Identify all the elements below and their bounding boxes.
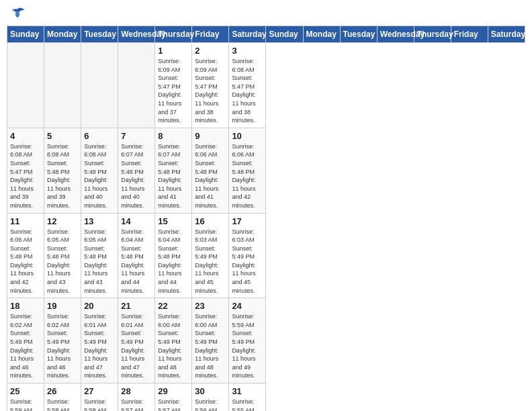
calendar-cell: 10Sunrise: 6:06 AMSunset: 5:48 PMDayligh…	[229, 128, 266, 213]
calendar-cell: 5Sunrise: 6:08 AMSunset: 5:48 PMDaylight…	[44, 128, 81, 213]
weekday-header-sunday: Sunday	[7, 26, 44, 43]
day-number: 19	[47, 301, 78, 311]
calendar-cell: 20Sunrise: 6:01 AMSunset: 5:49 PMDayligh…	[81, 298, 118, 383]
page-header	[7, 7, 525, 20]
calendar-cell: 18Sunrise: 6:02 AMSunset: 5:49 PMDayligh…	[7, 298, 44, 383]
day-number: 15	[158, 216, 189, 226]
calendar-cell: 12Sunrise: 6:05 AMSunset: 5:48 PMDayligh…	[44, 213, 81, 298]
day-number: 13	[84, 216, 115, 226]
calendar-cell	[44, 43, 81, 128]
weekday-header-saturday: Saturday	[229, 26, 266, 43]
day-info: Sunrise: 6:06 AMSunset: 5:48 PMDaylight:…	[232, 142, 263, 210]
day-info: Sunrise: 6:06 AMSunset: 5:48 PMDaylight:…	[195, 142, 226, 210]
day-info: Sunrise: 6:05 AMSunset: 5:48 PMDaylight:…	[84, 228, 115, 295]
calendar-cell: 29Sunrise: 5:57 AMSunset: 5:49 PMDayligh…	[155, 383, 192, 412]
day-info: Sunrise: 6:09 AMSunset: 5:47 PMDaylight:…	[195, 57, 226, 125]
calendar-cell: 26Sunrise: 5:58 AMSunset: 5:49 PMDayligh…	[44, 383, 81, 412]
calendar-cell: 31Sunrise: 5:55 AMSunset: 5:49 PMDayligh…	[229, 383, 266, 412]
weekday-friday: Friday	[451, 26, 488, 43]
weekday-header-friday: Friday	[192, 26, 229, 43]
day-number: 3	[232, 46, 263, 56]
day-info: Sunrise: 6:01 AMSunset: 5:49 PMDaylight:…	[121, 312, 152, 380]
calendar-cell: 25Sunrise: 5:59 AMSunset: 5:49 PMDayligh…	[7, 383, 44, 412]
calendar-cell: 14Sunrise: 6:04 AMSunset: 5:48 PMDayligh…	[118, 213, 155, 298]
weekday-sunday: Sunday	[266, 26, 303, 43]
day-number: 27	[84, 386, 115, 396]
day-number: 24	[232, 301, 263, 311]
day-number: 17	[232, 216, 263, 226]
day-info: Sunrise: 6:08 AMSunset: 5:48 PMDaylight:…	[47, 142, 78, 210]
day-number: 7	[121, 131, 152, 141]
day-info: Sunrise: 6:08 AMSunset: 5:48 PMDaylight:…	[84, 142, 115, 210]
calendar-week-4: 18Sunrise: 6:02 AMSunset: 5:49 PMDayligh…	[7, 298, 525, 383]
calendar-cell: 23Sunrise: 6:00 AMSunset: 5:49 PMDayligh…	[192, 298, 229, 383]
calendar-cell: 2Sunrise: 6:09 AMSunset: 5:47 PMDaylight…	[192, 43, 229, 128]
day-info: Sunrise: 6:00 AMSunset: 5:49 PMDaylight:…	[195, 312, 226, 380]
day-info: Sunrise: 6:03 AMSunset: 5:49 PMDaylight:…	[195, 228, 226, 295]
calendar-cell: 28Sunrise: 5:57 AMSunset: 5:49 PMDayligh…	[118, 383, 155, 412]
day-info: Sunrise: 5:58 AMSunset: 5:49 PMDaylight:…	[84, 398, 115, 411]
calendar-cell: 4Sunrise: 6:08 AMSunset: 5:47 PMDaylight…	[7, 128, 44, 213]
day-info: Sunrise: 6:03 AMSunset: 5:49 PMDaylight:…	[232, 228, 263, 295]
weekday-header-row: SundayMondayTuesdayWednesdayThursdayFrid…	[7, 26, 525, 43]
day-number: 2	[195, 46, 226, 56]
weekday-header-tuesday: Tuesday	[81, 26, 118, 43]
calendar-week-2: 4Sunrise: 6:08 AMSunset: 5:47 PMDaylight…	[7, 128, 525, 213]
weekday-tuesday: Tuesday	[340, 26, 377, 43]
weekday-monday: Monday	[303, 26, 340, 43]
day-info: Sunrise: 5:57 AMSunset: 5:49 PMDaylight:…	[158, 398, 189, 411]
day-info: Sunrise: 5:58 AMSunset: 5:49 PMDaylight:…	[47, 398, 78, 411]
day-number: 12	[47, 216, 78, 226]
weekday-header-wednesday: Wednesday	[118, 26, 155, 43]
day-info: Sunrise: 6:08 AMSunset: 5:47 PMDaylight:…	[10, 142, 41, 210]
calendar-cell: 16Sunrise: 6:03 AMSunset: 5:49 PMDayligh…	[192, 213, 229, 298]
calendar-cell: 1Sunrise: 6:09 AMSunset: 5:47 PMDaylight…	[155, 43, 192, 128]
calendar-cell: 19Sunrise: 6:02 AMSunset: 5:49 PMDayligh…	[44, 298, 81, 383]
day-info: Sunrise: 6:01 AMSunset: 5:49 PMDaylight:…	[84, 312, 115, 380]
calendar-cell: 3Sunrise: 6:08 AMSunset: 5:47 PMDaylight…	[229, 43, 266, 128]
day-number: 6	[84, 131, 115, 141]
day-number: 31	[232, 386, 263, 396]
day-number: 14	[121, 216, 152, 226]
day-info: Sunrise: 6:08 AMSunset: 5:47 PMDaylight:…	[232, 57, 263, 125]
day-info: Sunrise: 5:59 AMSunset: 5:49 PMDaylight:…	[232, 312, 263, 380]
day-info: Sunrise: 6:07 AMSunset: 5:48 PMDaylight:…	[121, 142, 152, 210]
calendar-cell: 24Sunrise: 5:59 AMSunset: 5:49 PMDayligh…	[229, 298, 266, 383]
day-info: Sunrise: 6:05 AMSunset: 5:48 PMDaylight:…	[47, 228, 78, 295]
calendar-week-1: 1Sunrise: 6:09 AMSunset: 5:47 PMDaylight…	[7, 43, 525, 128]
logo-bird-icon	[9, 7, 26, 20]
day-info: Sunrise: 6:00 AMSunset: 5:49 PMDaylight:…	[158, 312, 189, 380]
calendar-cell: 15Sunrise: 6:04 AMSunset: 5:48 PMDayligh…	[155, 213, 192, 298]
logo	[7, 7, 27, 20]
day-number: 18	[10, 301, 41, 311]
day-number: 30	[195, 386, 226, 396]
day-info: Sunrise: 6:06 AMSunset: 5:48 PMDaylight:…	[10, 228, 41, 295]
day-info: Sunrise: 6:07 AMSunset: 5:48 PMDaylight:…	[158, 142, 189, 210]
day-number: 22	[158, 301, 189, 311]
calendar-cell: 9Sunrise: 6:06 AMSunset: 5:48 PMDaylight…	[192, 128, 229, 213]
calendar-cell: 17Sunrise: 6:03 AMSunset: 5:49 PMDayligh…	[229, 213, 266, 298]
day-number: 29	[158, 386, 189, 396]
calendar-cell: 21Sunrise: 6:01 AMSunset: 5:49 PMDayligh…	[118, 298, 155, 383]
day-number: 5	[47, 131, 78, 141]
day-number: 25	[10, 386, 41, 396]
day-number: 16	[195, 216, 226, 226]
day-info: Sunrise: 5:59 AMSunset: 5:49 PMDaylight:…	[10, 398, 41, 411]
weekday-saturday: Saturday	[488, 26, 525, 43]
calendar-cell: 27Sunrise: 5:58 AMSunset: 5:49 PMDayligh…	[81, 383, 118, 412]
calendar-cell: 8Sunrise: 6:07 AMSunset: 5:48 PMDaylight…	[155, 128, 192, 213]
calendar-cell	[118, 43, 155, 128]
calendar-cell: 7Sunrise: 6:07 AMSunset: 5:48 PMDaylight…	[118, 128, 155, 213]
calendar-cell: 30Sunrise: 5:56 AMSunset: 5:49 PMDayligh…	[192, 383, 229, 412]
calendar-week-5: 25Sunrise: 5:59 AMSunset: 5:49 PMDayligh…	[7, 383, 525, 412]
day-info: Sunrise: 5:57 AMSunset: 5:49 PMDaylight:…	[121, 398, 152, 411]
calendar-cell: 6Sunrise: 6:08 AMSunset: 5:48 PMDaylight…	[81, 128, 118, 213]
calendar-cell: 13Sunrise: 6:05 AMSunset: 5:48 PMDayligh…	[81, 213, 118, 298]
weekday-header-monday: Monday	[44, 26, 81, 43]
calendar-cell: 11Sunrise: 6:06 AMSunset: 5:48 PMDayligh…	[7, 213, 44, 298]
day-number: 9	[195, 131, 226, 141]
day-number: 20	[84, 301, 115, 311]
day-number: 26	[47, 386, 78, 396]
day-info: Sunrise: 6:04 AMSunset: 5:48 PMDaylight:…	[158, 228, 189, 295]
day-number: 4	[10, 131, 41, 141]
